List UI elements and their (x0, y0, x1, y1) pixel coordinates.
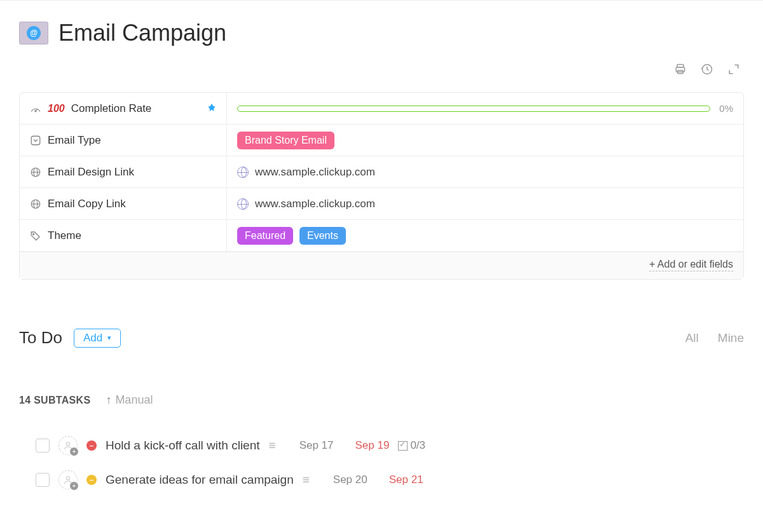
checklist-icon (398, 441, 408, 451)
field-label: Theme (48, 229, 81, 242)
subtask-row[interactable]: + – Generate ideas for email campaign ≡ … (19, 463, 744, 497)
subtask-title[interactable]: Generate ideas for email campaign (106, 473, 294, 487)
filter-mine[interactable]: Mine (718, 331, 744, 345)
status-dot-icon[interactable]: – (86, 475, 97, 485)
globe-icon (237, 198, 249, 210)
globe-icon (30, 198, 41, 210)
theme-tag-events[interactable]: Events (299, 227, 346, 245)
field-label: Email Type (48, 134, 101, 147)
page-icon: @ (19, 22, 48, 44)
checkbox[interactable] (36, 439, 50, 453)
pin-icon[interactable] (207, 104, 216, 114)
field-email-type[interactable]: Email Type Brand Story Email (20, 125, 743, 156)
email-at-icon: @ (27, 26, 41, 40)
progress-percent: 0% (719, 103, 733, 114)
filter-all[interactable]: All (685, 331, 699, 345)
progress-bar: 0% (237, 103, 733, 114)
arrow-up-icon: ↑ (106, 393, 111, 407)
svg-point-10 (33, 233, 34, 235)
todo-section-title: To Do (19, 328, 62, 348)
description-icon[interactable]: ≡ (303, 473, 309, 487)
date-start[interactable]: Sep 20 (333, 474, 368, 486)
field-label: Completion Rate (71, 102, 152, 115)
field-email-design-link[interactable]: Email Design Link www.sample.clickup.com (20, 156, 743, 188)
globe-icon (237, 167, 249, 178)
theme-tag-featured[interactable]: Featured (237, 227, 293, 245)
link-url[interactable]: www.sample.clickup.com (255, 166, 375, 179)
add-subtask-button[interactable]: Add ▾ (74, 329, 121, 348)
link-url[interactable]: www.sample.clickup.com (255, 198, 375, 210)
assignee-add-button[interactable]: + (58, 470, 78, 489)
field-theme[interactable]: Theme Featured Events (20, 220, 743, 252)
subtasks-count: 14 SUBTASKS (19, 395, 90, 406)
print-icon[interactable] (674, 63, 687, 76)
field-label: Email Copy Link (48, 198, 126, 210)
gauge-icon (30, 104, 41, 113)
page-title[interactable]: Email Campaign (58, 20, 226, 46)
tag-icon (30, 230, 41, 242)
field-label: Email Design Link (48, 166, 134, 179)
svg-rect-5 (31, 136, 40, 145)
svg-point-12 (66, 477, 69, 480)
activity-icon[interactable] (701, 63, 713, 76)
field-email-copy-link[interactable]: Email Copy Link www.sample.clickup.com (20, 188, 743, 220)
date-start[interactable]: Sep 17 (299, 439, 334, 452)
date-due[interactable]: Sep 21 (389, 474, 423, 486)
subtask-progress[interactable]: 0/3 (398, 439, 425, 452)
chevron-down-icon: ▾ (107, 334, 111, 342)
status-dot-icon[interactable]: – (86, 440, 97, 451)
dropdown-icon (30, 135, 41, 146)
custom-fields-card: 100 Completion Rate 0% Email Type (19, 92, 744, 280)
assignee-add-button[interactable]: + (58, 436, 78, 455)
hundred-emoji: 100 (48, 103, 65, 114)
svg-point-11 (66, 442, 69, 446)
add-edit-fields-button[interactable]: + Add or edit fields (649, 259, 733, 271)
field-completion-rate[interactable]: 100 Completion Rate 0% (20, 93, 743, 125)
subtask-row[interactable]: + – Hold a kick-off call with client ≡ S… (19, 428, 744, 463)
sort-mode-button[interactable]: ↑ Manual (106, 393, 153, 407)
description-icon[interactable]: ≡ (269, 439, 275, 453)
checkbox[interactable] (36, 473, 50, 487)
email-type-tag[interactable]: Brand Story Email (237, 132, 334, 149)
expand-icon[interactable] (727, 63, 740, 76)
subtask-title[interactable]: Hold a kick-off call with client (106, 439, 260, 453)
date-due[interactable]: Sep 19 (355, 439, 390, 452)
globe-icon (30, 167, 41, 178)
